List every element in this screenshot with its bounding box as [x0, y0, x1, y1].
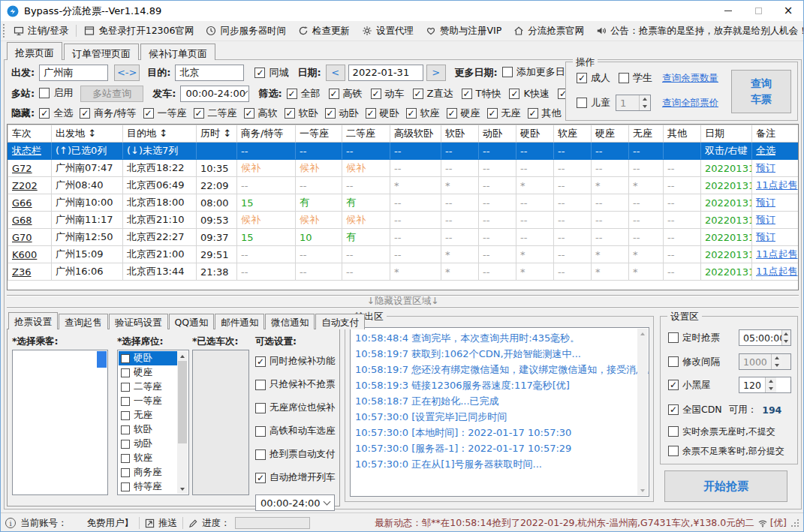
query-tickets-button[interactable]: 查询车票 [731, 70, 791, 113]
option-checkbox[interactable]: 高铁和动车选座 [255, 425, 336, 437]
column-header[interactable]: 备注 [752, 125, 799, 143]
toolbar-item-logout[interactable]: 注销/登录 [8, 22, 74, 40]
column-header[interactable]: 高级软卧 [390, 125, 441, 143]
column-header[interactable]: 车次 [8, 125, 52, 143]
hide-checkbox[interactable]: ✓软卧 [285, 107, 318, 120]
column-header[interactable]: 动卧 [479, 125, 516, 143]
option-checkbox[interactable]: 抢到票自动支付 [255, 448, 336, 461]
spin-up-icon[interactable] [640, 95, 650, 103]
train-row[interactable]: Z36广州16:06北京西13:4421:38------**--*--**--… [8, 263, 799, 281]
query-remaining-link[interactable]: 查询余票数量 [662, 72, 718, 85]
settings-tab-邮件通知[interactable]: 邮件通知 [215, 314, 264, 329]
seat-item[interactable]: 硬座 [119, 365, 177, 380]
query-prices-link[interactable]: 查询全部票价 [662, 97, 718, 110]
remark-link[interactable]: 11点起售 [752, 177, 799, 194]
remark-link[interactable]: 预订 [752, 194, 799, 212]
checkbox-box[interactable] [121, 482, 130, 491]
seat-item[interactable]: 二等座 [119, 380, 177, 394]
tab-订单管理页面[interactable]: 订单管理页面 [64, 44, 139, 60]
output-scrollbar[interactable] [637, 329, 648, 495]
column-header[interactable]: 软卧 [441, 125, 479, 143]
seat-item[interactable]: 动卧 [119, 437, 177, 451]
depart-input[interactable]: 广州南 [39, 65, 108, 81]
hide-checkbox[interactable]: ✓高软 [244, 107, 278, 120]
close-button[interactable]: × [773, 1, 803, 21]
settings-spinner[interactable]: 120 [739, 377, 791, 393]
seat-item[interactable]: 硬卧 [119, 351, 177, 365]
toolbar-item-browser[interactable]: 免登录打开12306官网 [78, 22, 200, 40]
spin-up-icon[interactable] [782, 330, 790, 338]
column-header[interactable]: 软座 [554, 125, 592, 143]
checkbox-box[interactable] [121, 468, 130, 477]
column-header[interactable]: 硬座 [592, 125, 629, 143]
tab-抢票页面[interactable]: 抢票页面 [7, 42, 62, 60]
selected-trains-box[interactable] [192, 350, 249, 495]
remark-link[interactable]: 预订 [752, 160, 799, 177]
settings-tab-QQ通知[interactable]: QQ通知 [169, 314, 215, 329]
minimize-button[interactable] [713, 1, 743, 21]
settings-tab-自动支付[interactable]: 自动支付 [315, 314, 365, 329]
scroll-up-icon[interactable] [637, 329, 648, 338]
child-count-spinner[interactable]: 1 [616, 95, 651, 111]
next-date-button[interactable]: > [426, 65, 446, 81]
settings-checkbox[interactable]: 余票不足乘客时,部分提交 [668, 445, 784, 458]
depart-time-select[interactable]: 00:00-24:00 [180, 86, 249, 102]
toolbar-item-heart[interactable]: 赞助与注册VIP [420, 22, 507, 40]
seat-item[interactable]: 商务座 [119, 465, 177, 479]
settings-checkbox[interactable]: 修改间隔 [668, 356, 720, 368]
train-no-link[interactable]: G68 [8, 212, 52, 229]
scroll-up-icon[interactable] [177, 351, 188, 361]
column-header[interactable]: 其他 [664, 125, 701, 143]
same-city-checkbox[interactable]: ✓同城 [254, 66, 288, 80]
column-header[interactable]: 商务/特等 [237, 125, 296, 143]
option-checkbox[interactable]: 无座席位也候补 [255, 401, 336, 414]
passenger-listbox[interactable] [12, 350, 108, 495]
spin-down-icon[interactable] [772, 362, 782, 369]
seat-scrollbar-thumb[interactable] [178, 361, 187, 443]
tab-候补订单页面[interactable]: 候补订单页面 [140, 44, 215, 60]
remark-link[interactable]: 预订 [752, 212, 799, 229]
settings-checkbox[interactable]: ✓全国CDN [668, 404, 722, 416]
remark-link[interactable]: 11点起售 [752, 246, 799, 263]
hide-checkbox[interactable]: ✓其他 [528, 107, 562, 120]
checkbox-box[interactable] [121, 397, 130, 406]
checkbox-box[interactable] [121, 411, 130, 420]
column-header[interactable]: 二等座 [342, 125, 390, 143]
hide-checkbox[interactable]: ✓硬座 [447, 107, 480, 120]
toolbar-item-clock[interactable]: 同步服务器时间 [200, 22, 292, 40]
train-row[interactable]: K600广州15:09北京西21:0029:51--------*--*--**… [8, 246, 799, 263]
multi-enable-checkbox[interactable]: 启用 [39, 86, 73, 100]
seat-item[interactable]: 软卧 [119, 422, 177, 437]
hide-checkbox[interactable]: ✓二等座 [194, 107, 237, 120]
hide-checkbox[interactable]: ✓软座 [406, 107, 440, 120]
dest-input[interactable]: 北京 [175, 65, 244, 81]
train-no-link[interactable]: Z202 [8, 177, 52, 194]
time-range-select[interactable]: 00:00-24:00 [255, 494, 335, 511]
checkbox-box[interactable] [121, 440, 130, 449]
train-no-link[interactable]: Z36 [8, 263, 52, 281]
column-header[interactable]: 无座 [629, 125, 664, 143]
student-checkbox[interactable]: 学生 [619, 71, 652, 85]
settings-checkbox[interactable]: ✓小黑屋 [668, 379, 711, 392]
seat-item[interactable]: 一等座 [119, 394, 177, 408]
push-label[interactable]: 推送 [158, 517, 177, 530]
checkbox-box[interactable] [121, 354, 130, 363]
hide-checkbox[interactable]: ✓全选 [39, 107, 73, 120]
toolbar-item-gear[interactable]: 设置代理 [356, 22, 420, 40]
maximize-button[interactable] [743, 1, 773, 21]
filter-checkbox[interactable]: ✓Z直达 [413, 87, 453, 101]
spin-up-icon[interactable] [766, 377, 776, 385]
train-no-link[interactable]: K600 [8, 246, 52, 263]
train-no-link[interactable]: G70 [8, 229, 52, 246]
settings-checkbox[interactable]: 定时抢票 [668, 332, 720, 344]
spin-down-icon[interactable] [782, 338, 790, 345]
option-checkbox[interactable]: ✓自动抢增开列车 [255, 471, 336, 484]
settings-tab-抢票设置[interactable]: 抢票设置 [8, 312, 58, 329]
checkbox-box[interactable] [121, 383, 130, 392]
swap-stations-button[interactable]: <-> [114, 65, 140, 81]
column-header[interactable]: 历时 ↕ [197, 125, 237, 143]
passenger-scrollbar-thumb[interactable] [97, 351, 107, 368]
status-cell[interactable]: 全选 [752, 143, 799, 160]
checkbox-box[interactable] [121, 425, 130, 434]
prev-date-button[interactable]: < [326, 65, 345, 81]
